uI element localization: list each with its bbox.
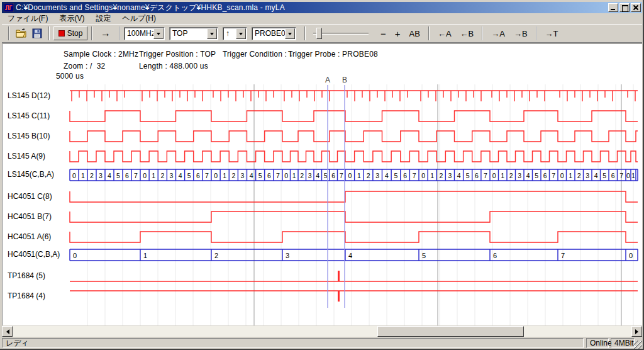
resize-grip[interactable] (634, 341, 642, 349)
svg-text:3: 3 (375, 172, 379, 179)
toolbar: Stop → 100MHz TOP ↑ PROBE00 − + AB ←A ←B… (2, 24, 642, 43)
menu-help[interactable]: ヘルプ(H) (116, 13, 162, 25)
status-ready: レディ (2, 338, 584, 348)
toolbar-separator (48, 26, 50, 40)
svg-text:6: 6 (493, 252, 497, 259)
goto-a-left-button[interactable]: ←A (433, 26, 456, 40)
sample-rate-combo[interactable]: 100MHz (124, 27, 165, 40)
close-button[interactable] (631, 3, 641, 12)
grid (87, 84, 633, 325)
trigger-position-value: TOP (170, 29, 207, 38)
channel-trace-3 (70, 151, 638, 162)
menu-view[interactable]: 表示(V) (53, 13, 90, 25)
save-button[interactable] (30, 26, 45, 40)
trigger-edge-combo[interactable]: ↑ (223, 27, 247, 40)
svg-text:7: 7 (619, 172, 623, 179)
zoom-out-button[interactable]: − (376, 26, 391, 40)
goto-b-right-button[interactable]: →B (509, 26, 532, 40)
svg-text:7: 7 (205, 172, 209, 179)
dropdown-arrow-icon[interactable] (285, 28, 295, 39)
svg-text:1: 1 (81, 172, 85, 179)
sample-rate-value: 100MHz (125, 29, 153, 38)
svg-text:2: 2 (367, 172, 370, 179)
goto-trigger-button[interactable]: →T (541, 26, 563, 40)
toolbar-separator (482, 26, 483, 40)
channel-trace-7 (70, 232, 638, 242)
slider-thumb[interactable] (316, 28, 322, 39)
channel-trace-9 (70, 271, 638, 281)
svg-text:0: 0 (214, 172, 218, 179)
menu-settings[interactable]: 設定 (90, 13, 116, 25)
svg-text:1: 1 (292, 172, 296, 179)
svg-text:1: 1 (631, 172, 635, 179)
svg-text:1: 1 (569, 172, 572, 179)
toolbar-separator (91, 26, 92, 40)
svg-text:7: 7 (276, 172, 280, 179)
stop-button[interactable]: Stop (53, 26, 87, 40)
title-bar: C:¥Documents and Settings¥noname¥デスクトップ¥… (2, 2, 642, 13)
svg-text:0: 0 (348, 172, 352, 179)
zoom-in-button[interactable]: + (391, 26, 405, 40)
status-memory: 4MBit (611, 338, 635, 348)
maximize-button[interactable] (619, 3, 630, 12)
svg-text:0: 0 (626, 172, 630, 179)
svg-text:6: 6 (267, 172, 271, 179)
waveform-display[interactable]: 0123456701234567012345670123456701234567… (3, 44, 641, 325)
dropdown-arrow-icon[interactable] (153, 28, 164, 39)
channel-trace-1 (70, 111, 638, 121)
svg-text:5: 5 (324, 172, 328, 179)
trigger-probe-combo[interactable]: PROBE00 (252, 27, 296, 40)
scroll-right-button[interactable] (631, 326, 642, 337)
svg-text:B: B (342, 76, 347, 84)
menu-file[interactable]: ファイル(F) (2, 13, 53, 25)
svg-text:4: 4 (316, 172, 319, 179)
toolbar-separator (428, 26, 430, 40)
status-bar: レディ Online 4MBit (2, 338, 642, 349)
zoom-slider[interactable] (312, 26, 370, 40)
dropdown-arrow-icon[interactable] (236, 28, 246, 39)
scroll-left-button[interactable] (2, 326, 13, 337)
svg-text:2: 2 (214, 252, 218, 259)
svg-text:A: A (325, 76, 330, 84)
svg-text:1: 1 (143, 252, 147, 259)
svg-text:6: 6 (543, 172, 547, 179)
svg-text:0: 0 (284, 172, 288, 179)
ab-button[interactable]: AB (405, 26, 425, 40)
svg-text:1: 1 (223, 172, 226, 179)
svg-text:2: 2 (300, 172, 304, 179)
scroll-left-icon (4, 329, 9, 334)
svg-text:0: 0 (143, 172, 147, 179)
channel-trace-4: 0123456701234567012345670123456701234567… (70, 169, 638, 181)
trigger-position-combo[interactable]: TOP (169, 27, 218, 40)
scrollbar-thumb[interactable] (377, 326, 524, 337)
channel-trace-0 (70, 91, 638, 101)
trigger-probe-value: PROBE00 (252, 29, 285, 38)
horizontal-scrollbar[interactable] (2, 326, 642, 337)
main-panel: Sample Clock : 2MHz Trigger Position : T… (2, 43, 642, 325)
goto-a-right-button[interactable]: →A (487, 26, 509, 40)
svg-text:0: 0 (421, 172, 425, 179)
dropdown-arrow-icon[interactable] (207, 28, 217, 39)
app-icon (4, 3, 14, 12)
channel-trace-10 (70, 291, 638, 302)
minimize-button[interactable] (608, 3, 618, 12)
svg-text:5: 5 (394, 172, 398, 179)
svg-text:4: 4 (526, 172, 530, 179)
svg-text:5: 5 (602, 172, 606, 179)
svg-text:3: 3 (170, 172, 174, 179)
svg-text:0: 0 (629, 252, 633, 259)
toolbar-separator (119, 26, 120, 40)
svg-text:7: 7 (340, 172, 343, 179)
open-button[interactable] (13, 26, 30, 40)
svg-text:0: 0 (492, 172, 496, 179)
channel-trace-8: 012345670 (70, 249, 638, 261)
goto-b-left-button[interactable]: ←B (456, 26, 479, 40)
toolbar-separator (304, 26, 306, 40)
svg-text:6: 6 (331, 172, 335, 179)
svg-text:2: 2 (577, 172, 581, 179)
svg-text:4: 4 (108, 172, 111, 179)
svg-text:5: 5 (116, 172, 120, 179)
svg-text:5: 5 (466, 172, 470, 179)
run-button[interactable]: → (96, 26, 115, 40)
svg-text:4: 4 (594, 172, 598, 179)
